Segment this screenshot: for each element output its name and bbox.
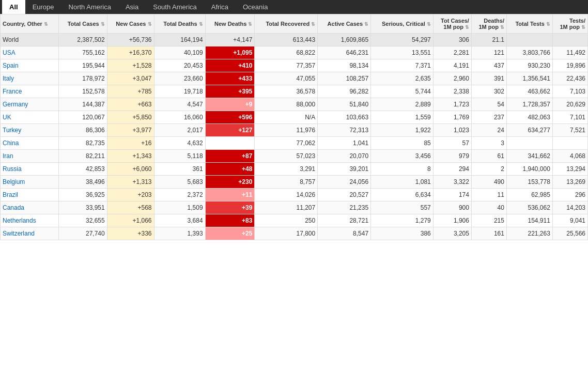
cell-11-8: 174 <box>433 189 471 201</box>
cell-11-11: 296 <box>552 189 587 201</box>
country-link[interactable]: Germany <box>3 101 28 108</box>
cell-6-0[interactable]: Turkey <box>1 124 59 137</box>
cell-4-9: 54 <box>471 98 506 111</box>
tab-bar: AllEuropeNorth AmericaAsiaSouth AmericaA… <box>0 0 588 14</box>
country-link[interactable]: France <box>3 88 22 95</box>
country-link[interactable]: Iran <box>3 152 13 160</box>
country-link[interactable]: Switzerland <box>3 230 35 237</box>
cell-10-0[interactable]: Belgium <box>1 176 59 189</box>
country-link[interactable]: Netherlands <box>3 217 36 224</box>
cell-13-10: 154,911 <box>506 214 552 227</box>
col-header-9[interactable]: Deaths/ 1M pop ⇅ <box>471 14 506 34</box>
country-link[interactable]: Canada <box>3 204 24 211</box>
cell-4-4: +9 <box>205 98 255 111</box>
cell-10-8: 3,322 <box>433 176 471 189</box>
cell-2-10: 1,356,541 <box>506 72 552 85</box>
cell-7-9: 3 <box>471 137 506 150</box>
col-header-8[interactable]: Tot Cases/ 1M pop ⇅ <box>433 14 471 34</box>
cell-0-0[interactable]: USA <box>1 46 59 59</box>
cell-12-8: 900 <box>433 201 471 214</box>
country-link[interactable]: USA <box>3 49 16 56</box>
world-cell-11 <box>552 34 587 46</box>
table-row: Belgium38,496+1,3135,683+2308,75724,0561… <box>1 176 588 189</box>
table-row: Switzerland27,740+3361,393+2517,8008,547… <box>1 227 588 240</box>
cell-11-10: 62,985 <box>506 189 552 201</box>
country-link[interactable]: Spain <box>3 62 19 69</box>
cell-12-0[interactable]: Canada <box>1 201 59 214</box>
cell-12-4: +39 <box>205 201 255 214</box>
cell-11-2: +203 <box>107 189 154 201</box>
country-link[interactable]: Italy <box>3 75 14 82</box>
world-cell-2: +56,736 <box>107 34 154 46</box>
cell-2-0[interactable]: Italy <box>1 72 59 85</box>
col-header-11[interactable]: Tests/ 1M pop ⇅ <box>552 14 587 34</box>
cell-4-2: +663 <box>107 98 154 111</box>
tab-africa[interactable]: Africa <box>204 0 236 14</box>
cell-10-4: +230 <box>205 176 255 189</box>
cell-4-7: 2,889 <box>371 98 434 111</box>
country-link[interactable]: Brazil <box>3 191 18 198</box>
cell-12-9: 40 <box>471 201 506 214</box>
tab-asia[interactable]: Asia <box>118 0 146 14</box>
col-header-2[interactable]: New Cases ⇅ <box>107 14 154 34</box>
cell-9-4: +48 <box>205 163 255 176</box>
cell-1-6: 98,134 <box>318 59 371 72</box>
cell-2-4: +433 <box>205 72 255 85</box>
cell-1-1: 195,944 <box>58 59 107 72</box>
country-link[interactable]: Belgium <box>3 178 25 185</box>
cell-12-7: 557 <box>371 201 434 214</box>
cell-7-0[interactable]: China <box>1 137 59 150</box>
col-header-10[interactable]: Total Tests ⇅ <box>506 14 552 34</box>
cell-13-0[interactable]: Netherlands <box>1 214 59 227</box>
col-header-5[interactable]: Total Recovered ⇅ <box>255 14 318 34</box>
tab-north-america[interactable]: North America <box>61 0 118 14</box>
cell-2-2: +3,047 <box>107 72 154 85</box>
cell-9-1: 42,853 <box>58 163 107 176</box>
tab-oceania[interactable]: Oceania <box>236 0 275 14</box>
world-cell-6: 1,609,865 <box>318 34 371 46</box>
cell-8-10: 341,662 <box>506 150 552 163</box>
cell-6-7: 1,922 <box>371 124 434 137</box>
col-header-4[interactable]: New Deaths ⇅ <box>205 14 255 34</box>
country-link[interactable]: China <box>3 139 19 147</box>
cell-5-5: N/A <box>255 111 318 124</box>
cell-4-0[interactable]: Germany <box>1 98 59 111</box>
cell-8-0[interactable]: Iran <box>1 150 59 163</box>
cell-9-0[interactable]: Russia <box>1 163 59 176</box>
country-link[interactable]: Russia <box>3 165 22 173</box>
cell-8-2: +1,343 <box>107 150 154 163</box>
cell-3-0[interactable]: France <box>1 85 59 98</box>
tabs-container: AllEuropeNorth AmericaAsiaSouth AmericaA… <box>0 0 588 14</box>
cell-1-7: 7,371 <box>371 59 434 72</box>
cell-1-0[interactable]: Spain <box>1 59 59 72</box>
tab-all[interactable]: All <box>2 0 25 14</box>
cell-11-0[interactable]: Brazil <box>1 189 59 201</box>
cell-1-9: 437 <box>471 59 506 72</box>
cell-14-10: 221,263 <box>506 227 552 240</box>
cell-6-11: 7,521 <box>552 124 587 137</box>
cell-9-6: 39,201 <box>318 163 371 176</box>
cell-2-9: 391 <box>471 72 506 85</box>
cell-10-10: 153,778 <box>506 176 552 189</box>
col-header-1[interactable]: Total Cases ⇅ <box>58 14 107 34</box>
cell-14-0[interactable]: Switzerland <box>1 227 59 240</box>
cell-9-11: 13,294 <box>552 163 587 176</box>
cell-5-0[interactable]: UK <box>1 111 59 124</box>
cell-2-7: 2,635 <box>371 72 434 85</box>
cell-2-1: 178,972 <box>58 72 107 85</box>
table-row: Iran82,211+1,3435,118+8757,02320,0703,45… <box>1 150 588 163</box>
col-header-0[interactable]: Country, Other ⇅ <box>1 14 59 34</box>
country-link[interactable]: UK <box>3 114 11 121</box>
cell-13-8: 1,906 <box>433 214 471 227</box>
tab-south-america[interactable]: South America <box>146 0 204 14</box>
col-header-3[interactable]: Total Deaths ⇅ <box>154 14 205 34</box>
cell-14-9: 161 <box>471 227 506 240</box>
world-row: World2,387,502+56,736164,194+4,147613,44… <box>1 34 588 46</box>
cell-10-3: 5,683 <box>154 176 205 189</box>
col-header-7[interactable]: Serious, Critical ⇅ <box>371 14 434 34</box>
country-link[interactable]: Turkey <box>3 127 21 134</box>
tab-europe[interactable]: Europe <box>25 0 61 14</box>
col-header-6[interactable]: Active Cases ⇅ <box>318 14 371 34</box>
covid-table: Country, Other ⇅Total Cases ⇅New Cases ⇅… <box>0 14 588 240</box>
cell-6-10: 634,277 <box>506 124 552 137</box>
